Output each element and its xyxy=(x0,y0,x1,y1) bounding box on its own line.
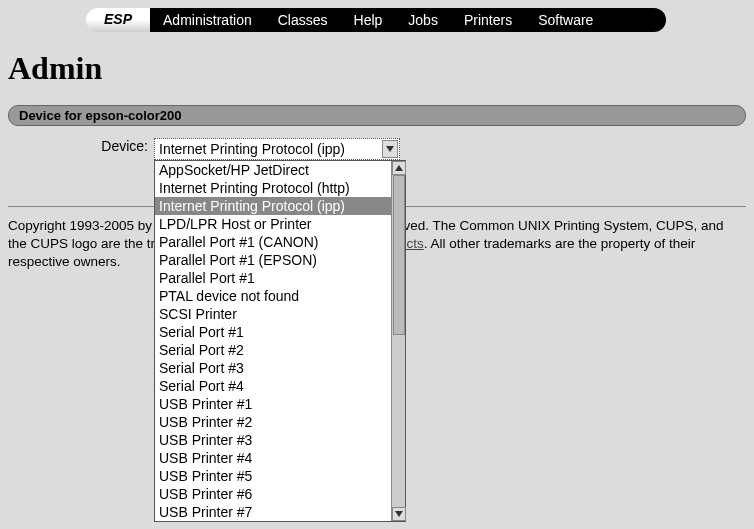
svg-marker-0 xyxy=(386,146,394,152)
device-option[interactable]: Internet Printing Protocol (http) xyxy=(155,179,391,197)
section-header: Device for epson-color200 xyxy=(8,105,746,126)
scrollbar[interactable] xyxy=(391,161,405,521)
device-option[interactable]: Parallel Port #1 (CANON) xyxy=(155,233,391,251)
device-dropdown: AppSocket/HP JetDirectInternet Printing … xyxy=(154,160,406,522)
device-option[interactable]: Internet Printing Protocol (ipp) xyxy=(155,197,391,215)
device-option[interactable]: USB Printer #1 xyxy=(155,395,391,413)
nav-items-container: AdministrationClassesHelpJobsPrintersSof… xyxy=(150,8,666,32)
svg-marker-1 xyxy=(395,165,403,171)
device-option[interactable]: USB Printer #6 xyxy=(155,485,391,503)
nav-item-jobs[interactable]: Jobs xyxy=(395,12,451,28)
device-option[interactable]: Serial Port #1 xyxy=(155,323,391,341)
device-select-wrap: Internet Printing Protocol (ipp) AppSock… xyxy=(154,138,400,160)
device-option[interactable]: Parallel Port #1 (EPSON) xyxy=(155,251,391,269)
scroll-down-button[interactable] xyxy=(392,507,406,521)
device-dropdown-list: AppSocket/HP JetDirectInternet Printing … xyxy=(155,161,391,521)
device-option[interactable]: USB Printer #2 xyxy=(155,413,391,431)
nav-item-classes[interactable]: Classes xyxy=(265,12,341,28)
nav-item-software[interactable]: Software xyxy=(525,12,606,28)
page-title: Admin xyxy=(8,50,754,87)
device-option[interactable]: USB Printer #4 xyxy=(155,449,391,467)
svg-marker-2 xyxy=(395,511,403,517)
device-option[interactable]: USB Printer #5 xyxy=(155,467,391,485)
device-option[interactable]: Serial Port #3 xyxy=(155,359,391,377)
device-option[interactable]: SCSI Printer xyxy=(155,305,391,323)
scroll-up-button[interactable] xyxy=(392,161,406,175)
nav-item-administration[interactable]: Administration xyxy=(150,12,265,28)
device-option[interactable]: LPD/LPR Host or Printer xyxy=(155,215,391,233)
dropdown-arrow-icon[interactable] xyxy=(382,140,398,158)
device-option[interactable]: PTAL device not found xyxy=(155,287,391,305)
device-option[interactable]: Parallel Port #1 xyxy=(155,269,391,287)
nav-item-printers[interactable]: Printers xyxy=(451,12,525,28)
device-label: Device: xyxy=(0,138,154,160)
device-option[interactable]: USB Printer #7 xyxy=(155,503,391,521)
device-option[interactable]: Serial Port #4 xyxy=(155,377,391,395)
device-select-value: Internet Printing Protocol (ipp) xyxy=(159,141,345,157)
brand-logo[interactable]: ESP xyxy=(86,8,150,32)
scroll-thumb[interactable] xyxy=(393,175,405,335)
device-select[interactable]: Internet Printing Protocol (ipp) xyxy=(154,138,400,160)
top-navbar: ESP AdministrationClassesHelpJobsPrinter… xyxy=(86,8,666,32)
device-option[interactable]: Serial Port #2 xyxy=(155,341,391,359)
device-form-row: Device: Internet Printing Protocol (ipp)… xyxy=(0,138,754,160)
device-option[interactable]: USB Printer #3 xyxy=(155,431,391,449)
nav-item-help[interactable]: Help xyxy=(341,12,396,28)
device-option[interactable]: AppSocket/HP JetDirect xyxy=(155,161,391,179)
